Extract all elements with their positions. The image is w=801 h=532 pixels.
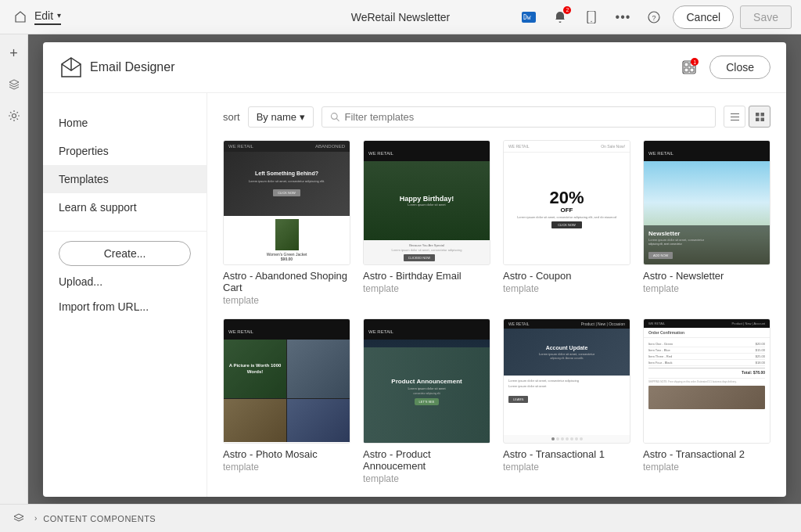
help-icon[interactable]: ?: [641, 5, 666, 30]
view-toggle: [724, 106, 770, 128]
mobile-icon[interactable]: [579, 5, 604, 30]
modal-overlay: Email Designer 1 Close: [28, 34, 801, 504]
edit-menu[interactable]: Edit ▾: [34, 9, 61, 25]
modal-header-right: 1 Close: [678, 56, 770, 79]
svg-point-6: [12, 114, 16, 118]
template-type-3: template: [503, 283, 630, 294]
notification-badge: 2: [563, 6, 571, 14]
email-designer-logo-icon: [59, 55, 84, 80]
template-type-2: template: [363, 283, 490, 294]
svg-line-13: [336, 118, 339, 120]
bottom-chevron-icon[interactable]: ›: [34, 514, 37, 523]
notifications-icon[interactable]: 2: [548, 5, 573, 30]
grid-view-button[interactable]: [749, 106, 770, 128]
modal-header: Email Designer 1 Close: [43, 42, 786, 93]
settings-icon[interactable]: [5, 106, 23, 125]
add-icon[interactable]: +: [5, 44, 23, 63]
modal-content: sort By name ▾: [207, 93, 786, 497]
svg-rect-18: [760, 113, 764, 117]
template-card-7[interactable]: WE RETAILProduct | New | Occasion Accoun…: [503, 318, 630, 484]
modal-logo: Email Designer: [59, 55, 174, 80]
svg-rect-20: [760, 117, 764, 121]
dw-icon[interactable]: Dw: [516, 5, 541, 30]
svg-text:?: ?: [652, 13, 656, 21]
template-name-5: Astro - Photo Mosaic: [223, 448, 350, 460]
top-bar: Edit ▾ WeRetail Newsletter Dw 2 •••: [0, 0, 801, 34]
more-icon[interactable]: •••: [610, 5, 635, 30]
template-type-7: template: [503, 462, 630, 473]
filter-row: sort By name ▾: [223, 106, 770, 128]
svg-rect-19: [756, 117, 760, 121]
template-type-4: template: [643, 283, 770, 294]
template-name-1: Astro - Abandoned Shoping Cart: [223, 270, 350, 293]
template-card-1[interactable]: WE RETAILABANDONED Left Something Behind…: [223, 140, 350, 306]
chevron-down-icon: ▾: [300, 111, 305, 123]
template-name-4: Astro - Newsletter: [643, 270, 770, 282]
home-icon[interactable]: [9, 6, 31, 28]
nav-properties[interactable]: Properties: [43, 137, 207, 165]
modal-sidebar: Home Properties Templates Learn & suppor…: [43, 93, 207, 497]
layers-icon[interactable]: [5, 75, 23, 94]
template-name-8: Astro - Transactional 2: [643, 448, 770, 460]
template-type-8: template: [643, 462, 770, 473]
top-bar-left: Edit ▾: [9, 6, 61, 28]
nav-learn-support[interactable]: Learn & support: [43, 193, 207, 221]
template-name-3: Astro - Coupon: [503, 270, 630, 282]
template-type-6: template: [363, 473, 490, 484]
template-card-8[interactable]: WE RETAILProduct | New | Account Order C…: [643, 318, 770, 484]
template-name-6: Astro - Product Annoucement: [363, 448, 490, 472]
svg-rect-9: [684, 63, 688, 66]
cancel-button[interactable]: Cancel: [673, 5, 734, 29]
top-bar-right: Dw 2 ••• ? Cancel Save: [516, 5, 792, 30]
template-card-4[interactable]: WE RETAIL Newsletter Lorem ipsum dolor s…: [643, 140, 770, 306]
sort-select[interactable]: By name ▾: [248, 106, 314, 128]
bottom-layers-icon[interactable]: [9, 509, 28, 528]
sidebar-actions: Create... Upload... Import from URL...: [43, 241, 207, 316]
create-button[interactable]: Create...: [59, 241, 191, 266]
svg-rect-17: [756, 113, 760, 117]
search-box[interactable]: [321, 106, 716, 128]
save-button[interactable]: Save: [740, 5, 792, 29]
search-icon: [330, 112, 340, 122]
template-card-5[interactable]: WE RETAIL A Picture is Worth 1000 Words!: [223, 318, 350, 484]
svg-point-3: [591, 20, 592, 21]
template-name-7: Astro - Transactional 1: [503, 448, 630, 460]
modal-badge: 1: [691, 58, 699, 66]
sidebar-divider: [43, 231, 207, 232]
close-button[interactable]: Close: [709, 56, 770, 79]
sort-label: sort: [223, 111, 240, 123]
template-card-2[interactable]: WE RETAIL Happy Birthday! Lorem ipsum do…: [363, 140, 490, 306]
nav-templates[interactable]: Templates: [43, 165, 207, 193]
template-name-2: Astro - Birthday Email: [363, 270, 490, 282]
modal-body: Home Properties Templates Learn & suppor…: [43, 93, 786, 497]
template-grid: WE RETAILABANDONED Left Something Behind…: [223, 140, 770, 484]
upload-link[interactable]: Upload...: [59, 272, 191, 291]
nav-home[interactable]: Home: [43, 109, 207, 137]
modal-help-icon[interactable]: 1: [678, 56, 700, 78]
template-card-3[interactable]: WE RETAILOn Sale Now! 20% OFF Lorem ipsu…: [503, 140, 630, 306]
list-view-button[interactable]: [724, 106, 745, 128]
svg-point-12: [331, 113, 337, 119]
left-sidebar: +: [0, 34, 28, 504]
bottom-bar: › CONTENT COMPONENTS: [0, 504, 801, 532]
svg-rect-11: [684, 68, 688, 72]
template-card-6[interactable]: WE RETAIL Product Announcement Lorem ips…: [363, 318, 490, 484]
template-type-5: template: [223, 462, 350, 473]
svg-text:Dw: Dw: [523, 14, 531, 21]
email-designer-modal: Email Designer 1 Close: [43, 42, 786, 497]
modal-title: Email Designer: [90, 60, 174, 74]
search-input[interactable]: [344, 111, 707, 123]
page-title: WeRetail Newsletter: [351, 11, 451, 23]
template-type-1: template: [223, 295, 350, 306]
bottom-bar-label: CONTENT COMPONENTS: [43, 514, 156, 523]
import-link[interactable]: Import from URL...: [59, 297, 191, 316]
